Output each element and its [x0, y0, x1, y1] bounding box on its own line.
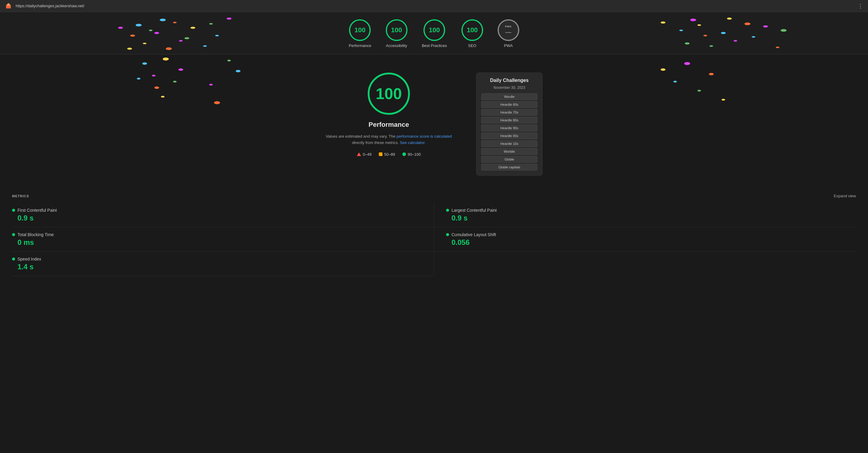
metric-si-header: Speed Index: [12, 257, 422, 261]
score-circle-performance: 100: [349, 19, 371, 41]
metric-cls-header: Cumulative Layout Shift: [446, 232, 856, 237]
perf-legend: 0–49 50–89 90–100: [357, 152, 421, 157]
pwa-dash: —: [505, 29, 512, 36]
score-label-seo: SEO: [468, 43, 476, 48]
score-item-pwa[interactable]: PWA — PWA: [498, 19, 519, 48]
metric-tbt-header: Total Blocking Time: [12, 232, 422, 237]
metric-fcp-name: First Contentful Paint: [18, 208, 57, 213]
performance-panel: 100 Performance Values are estimated and…: [0, 55, 868, 188]
dc-item-heardle90s[interactable]: Heardle 90s: [481, 125, 537, 131]
svg-rect-2: [8, 3, 9, 4]
metric-si: Speed Index 1.4 s: [12, 252, 434, 276]
fail-icon: [357, 153, 361, 156]
perf-score-link[interactable]: performance score is calculated: [397, 134, 452, 138]
metric-cls-dot: [446, 233, 449, 236]
dc-item-heardle00s[interactable]: Heardle 00s: [481, 132, 537, 139]
metric-lcp: Largest Contentful Paint 0.9 s: [434, 203, 856, 227]
metric-fcp-header: First Contentful Paint: [12, 208, 422, 213]
main-content: 100 Performance Values are estimated and…: [0, 55, 868, 453]
score-label-accessibility: Accessibility: [386, 43, 407, 48]
metric-lcp-name: Largest Contentful Paint: [452, 208, 497, 213]
score-circle-accessibility: 100: [386, 19, 407, 41]
perf-description: Values are estimated and may vary. The p…: [326, 133, 452, 146]
score-circle-seo: 100: [461, 19, 483, 41]
metric-fcp-dot: [12, 209, 15, 212]
metric-tbt-value: 0 ms: [12, 238, 422, 247]
metric-si-name: Speed Index: [18, 257, 41, 261]
dc-item-heardle70s[interactable]: Heardle 70s: [481, 109, 537, 116]
big-performance-circle: 100: [368, 73, 410, 115]
metrics-section: METRICS Expand view First Contentful Pai…: [0, 188, 868, 282]
metric-fcp-value: 0.9 s: [12, 214, 422, 222]
dc-item-heardle10s[interactable]: Heardle 10s: [481, 140, 537, 147]
dc-item-heardle60s[interactable]: Heardle 60s: [481, 101, 537, 108]
legend-average: 50–89: [379, 152, 395, 157]
pass-icon: [402, 153, 406, 156]
score-item-accessibility[interactable]: 100 Accessibility: [386, 19, 407, 48]
score-label-performance: Performance: [349, 43, 371, 48]
metric-tbt-dot: [12, 233, 15, 236]
metric-cls: Cumulative Layout Shift 0.056: [434, 227, 856, 252]
score-item-seo[interactable]: 100 SEO: [461, 19, 483, 48]
dc-item-worldle[interactable]: Worldle: [481, 148, 537, 155]
dc-item-globle-capitals[interactable]: Globle capitals: [481, 164, 537, 170]
metric-lcp-value: 0.9 s: [446, 214, 856, 222]
dc-list: Wordle Heardle 60s Heardle 70s Heardle 8…: [481, 93, 537, 170]
metric-tbt: Total Blocking Time 0 ms: [12, 227, 434, 252]
score-label-best-practices: Best Practices: [422, 43, 447, 48]
dc-item-heardle80s[interactable]: Heardle 80s: [481, 117, 537, 124]
dc-date: November 30, 2023: [481, 86, 537, 90]
svg-point-17: [127, 47, 132, 50]
expand-view-button[interactable]: Expand view: [834, 194, 856, 198]
metric-tbt-name: Total Blocking Time: [18, 232, 54, 237]
metrics-section-label: METRICS: [12, 194, 29, 198]
metric-cls-value: 0.056: [446, 238, 856, 247]
metrics-grid: First Contentful Paint 0.9 s Largest Con…: [12, 203, 856, 276]
metric-lcp-dot: [446, 209, 449, 212]
score-item-performance[interactable]: 100 Performance: [349, 19, 371, 48]
metric-fcp: First Contentful Paint 0.9 s: [12, 203, 434, 227]
average-icon: [379, 153, 382, 156]
metric-si-value: 1.4 s: [12, 263, 422, 271]
perf-title: Performance: [369, 121, 409, 129]
dc-item-wordle[interactable]: Wordle: [481, 93, 537, 100]
perf-left-panel: 100 Performance Values are estimated and…: [326, 73, 452, 175]
scores-section: 100 Performance 100 Accessibility 100 Be…: [0, 12, 868, 55]
metric-lcp-header: Largest Contentful Paint: [446, 208, 856, 213]
browser-icon: [5, 2, 12, 10]
score-circle-best-practices: 100: [424, 19, 445, 41]
metric-cls-name: Cumulative Layout Shift: [452, 232, 496, 237]
score-item-best-practices[interactable]: 100 Best Practices: [422, 19, 447, 48]
dc-title: Daily Challenges: [481, 78, 537, 83]
score-circle-pwa: PWA —: [498, 19, 519, 41]
legend-pass: 90–100: [402, 152, 421, 157]
browser-bar: https://dailychallenges.jackkershaw.net/…: [0, 0, 868, 12]
browser-menu-icon[interactable]: ⋮: [858, 3, 863, 9]
metrics-header: METRICS Expand view: [12, 194, 856, 198]
score-label-pwa: PWA: [504, 43, 513, 48]
pwa-label: PWA: [505, 25, 512, 28]
see-calculator-link[interactable]: See calculator.: [400, 140, 426, 145]
metric-si-dot: [12, 258, 15, 261]
browser-url: https://dailychallenges.jackkershaw.net/: [16, 4, 84, 8]
daily-challenges-card: Daily Challenges November 30, 2023 Wordl…: [476, 73, 542, 175]
dc-item-globle[interactable]: Globle: [481, 156, 537, 163]
legend-fail: 0–49: [357, 152, 372, 157]
scores-container: 100 Performance 100 Accessibility 100 Be…: [0, 19, 868, 48]
